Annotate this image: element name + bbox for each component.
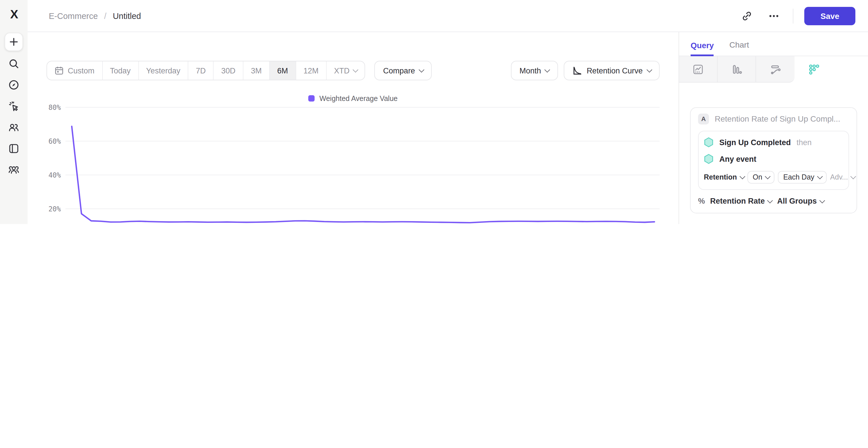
metric-dropdown[interactable]: Retention Rate: [710, 197, 772, 205]
app-logo[interactable]: X: [10, 7, 17, 21]
range-7d[interactable]: 7D: [188, 61, 214, 80]
event-card: Sign Up Completed then Any event Retenti…: [698, 131, 849, 190]
chevron-down-icon: [647, 70, 651, 72]
top-header: E-Commerce / Untitled Save: [28, 0, 868, 32]
left-sidebar: X: [0, 0, 28, 224]
retention-icon: [808, 64, 819, 75]
users-icon: [8, 122, 20, 133]
chart-type-dropdown[interactable]: Retention Curve: [564, 61, 660, 80]
flows-icon: [770, 63, 781, 75]
group-icon: [8, 164, 20, 175]
interval-dropdown[interactable]: Each Day: [778, 171, 827, 183]
step-badge: A: [698, 113, 709, 124]
report-area: CustomTodayYesterday7D30D3M6M12MXTD Comp…: [28, 32, 679, 224]
svg-text:80%: 80%: [49, 104, 61, 111]
advanced-label: Adv...: [830, 173, 848, 181]
groups-dropdown[interactable]: All Groups: [777, 197, 824, 205]
legend-swatch: [309, 95, 315, 102]
breadcrumb-project[interactable]: E-Commerce: [49, 11, 98, 20]
report-insights-tab[interactable]: [679, 56, 718, 82]
retention-type-dropdown[interactable]: Retention: [704, 173, 744, 181]
on-label: On: [753, 173, 762, 181]
svg-text:60%: 60%: [49, 137, 61, 145]
range-xtd[interactable]: XTD: [327, 61, 365, 80]
save-button[interactable]: Save: [805, 7, 856, 25]
cursor-click-icon: [8, 100, 20, 112]
metric-title[interactable]: Retention Rate of Sign Up Compl...: [715, 114, 849, 123]
compare-label: Compare: [383, 66, 415, 75]
page-title[interactable]: Untitled: [113, 11, 141, 20]
chart-legend[interactable]: Weighted Average Value: [28, 94, 679, 103]
granularity-label: Month: [520, 66, 541, 75]
percent-icon: %: [698, 197, 705, 205]
report-funnels-tab[interactable]: [718, 56, 756, 82]
ellipsis-icon: [768, 10, 780, 22]
range-today[interactable]: Today: [102, 61, 138, 80]
granularity-dropdown[interactable]: Month: [511, 61, 558, 80]
query-panel: Query Chart: [679, 32, 868, 224]
interval-label: Each Day: [783, 173, 814, 181]
retention-curve-icon: [572, 66, 582, 75]
chevron-down-icon: [546, 70, 549, 72]
returning-event-row[interactable]: Any event: [704, 154, 843, 164]
breadcrumb-separator: /: [104, 11, 106, 20]
retention-chart[interactable]: 0%20%40%60%80%< 1 DayDay 5Day 10Day 15Da…: [28, 104, 679, 224]
compare-button[interactable]: Compare: [375, 61, 432, 80]
range-12m[interactable]: 12M: [296, 61, 327, 80]
chevron-down-icon: [740, 176, 744, 178]
report-flows-tab[interactable]: [756, 56, 795, 82]
advanced-dropdown[interactable]: Adv...: [830, 173, 855, 181]
chevron-down-icon: [851, 176, 855, 178]
boards-button[interactable]: [5, 139, 23, 158]
link-icon: [741, 10, 753, 22]
calendar-icon: [55, 66, 64, 75]
chevron-down-icon: [768, 200, 772, 202]
range-30d[interactable]: 30D: [214, 61, 244, 80]
users-button[interactable]: [5, 118, 23, 137]
report-retention-tab[interactable]: [795, 56, 833, 82]
events-button[interactable]: [5, 97, 23, 115]
create-button[interactable]: [5, 33, 23, 51]
range-custom[interactable]: Custom: [47, 61, 102, 80]
legend-label: Weighted Average Value: [319, 94, 398, 102]
event-hexagon-icon: [704, 154, 714, 164]
retention-type-label: Retention: [704, 173, 737, 181]
then-label: then: [797, 138, 812, 146]
app-window: X: [0, 0, 868, 224]
search-icon: [8, 58, 20, 69]
metric-card: A Retention Rate of Sign Up Compl... Sig…: [690, 107, 857, 213]
svg-text:20%: 20%: [49, 205, 61, 213]
range-yesterday[interactable]: Yesterday: [138, 61, 188, 80]
breadcrumb: E-Commerce / Untitled: [49, 11, 141, 20]
search-button[interactable]: [5, 55, 23, 73]
query-builder: A Retention Rate of Sign Up Compl... Sig…: [679, 82, 868, 224]
more-options-button[interactable]: [766, 8, 782, 24]
funnels-icon: [731, 63, 742, 75]
groups-label: All Groups: [777, 197, 817, 205]
tab-query[interactable]: Query: [691, 41, 714, 56]
svg-text:40%: 40%: [49, 171, 61, 179]
tab-chart[interactable]: Chart: [730, 40, 749, 56]
board-icon: [8, 143, 20, 154]
returning-event-label: Any event: [719, 154, 756, 163]
range-6m[interactable]: 6M: [270, 61, 296, 80]
retention-settings-row: Retention On Each Day Adv...: [704, 171, 843, 183]
first-event-label: Sign Up Completed: [719, 138, 791, 146]
chart-controls: CustomTodayYesterday7D30D3M6M12MXTD Comp…: [46, 61, 660, 80]
range-3m[interactable]: 3M: [243, 61, 270, 80]
on-dropdown[interactable]: On: [747, 171, 774, 183]
report-type-tabs: [679, 56, 868, 82]
metric-label: Retention Rate: [710, 197, 765, 205]
chevron-down-icon: [818, 176, 822, 178]
chart-type-label: Retention Curve: [587, 66, 643, 75]
chevron-down-icon: [766, 176, 770, 178]
header-divider: [793, 8, 794, 23]
chevron-down-icon: [820, 200, 824, 202]
explore-button[interactable]: [5, 76, 23, 94]
first-event-row[interactable]: Sign Up Completed then: [704, 137, 843, 147]
cohorts-button[interactable]: [5, 161, 23, 179]
compass-icon: [8, 79, 20, 91]
plus-icon: [9, 37, 19, 47]
chevron-down-icon: [353, 70, 358, 72]
copy-link-button[interactable]: [739, 8, 755, 24]
